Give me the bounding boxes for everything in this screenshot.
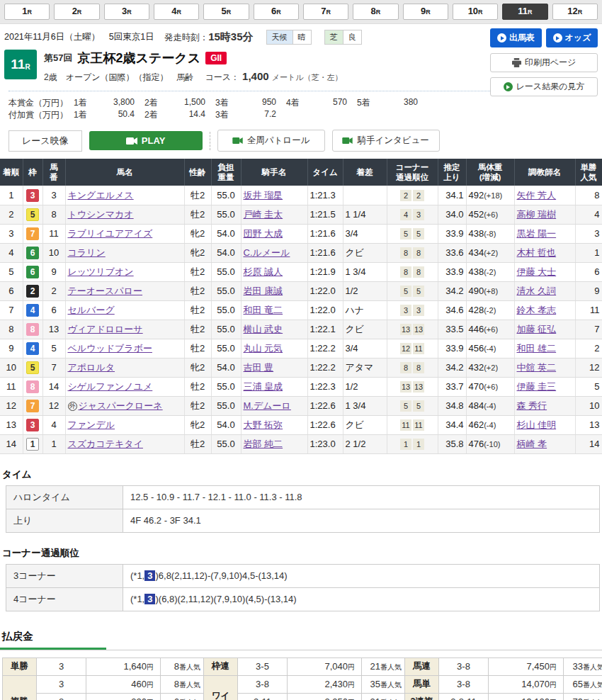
race-tab-2R[interactable]: 2R (54, 4, 99, 20)
last-3f: 34.4 (438, 415, 466, 434)
trainer-name-link[interactable]: 鈴木 孝志 (517, 305, 557, 315)
trainer-name-link[interactable]: 和田 雄二 (517, 343, 557, 354)
race-tab-6R[interactable]: 6R (254, 4, 299, 20)
jockey-name-link[interactable]: 和田 竜二 (244, 305, 283, 315)
finish-position: 8 (0, 320, 23, 339)
margin: 1/2 (343, 281, 387, 300)
frame-badge: 4 (26, 304, 39, 317)
horse-name-link[interactable]: ファンデル (68, 419, 115, 430)
race-tab-11R[interactable]: 11R (502, 4, 547, 20)
corner-position-badge: 8 (413, 266, 424, 278)
horse-name-link[interactable]: スズカコテキタイ (68, 439, 143, 449)
trainer-name-link[interactable]: 伊藤 圭三 (517, 381, 557, 392)
patrol-video-button[interactable]: 全周パトロール (217, 130, 325, 152)
prize-row-label: 本賞金（万円） (8, 97, 74, 109)
table-row: 945ベルウッドブラボー牡255.0丸山 元気1:22.23/4121133.9… (0, 339, 602, 358)
race-tab-5R[interactable]: 5R (203, 4, 249, 20)
finish-position: 5 (0, 262, 23, 281)
video-camera-icon (232, 137, 243, 144)
jockey-name-link[interactable]: 横山 武史 (244, 324, 283, 334)
tab-suffix: R (276, 9, 281, 16)
entry-table-button[interactable]: 出馬表 (490, 28, 542, 47)
race-tab-10R[interactable]: 10R (453, 4, 498, 20)
horse-name-link[interactable]: ラブリイユアアイズ (68, 228, 153, 239)
corner-row: 4コーナー(*1,3)(6,8)(2,11,12)(7,9,10)(4,5)-(… (6, 587, 600, 611)
jockey-name-link[interactable]: 吉田 豊 (244, 362, 274, 373)
corner-position-badge: 2 (400, 190, 411, 201)
jockey-name-link[interactable]: 戸崎 圭太 (244, 209, 283, 220)
table-row: 622テーオースパロー牡255.0岩田 康誠1:22.01/25534.2490… (0, 281, 602, 300)
prize-place-label: 1着 (74, 97, 98, 109)
horse-name-cell: シゲルファンノユメ (65, 377, 184, 396)
last-3f: 33.9 (438, 262, 466, 281)
frame-cell: 2 (23, 281, 42, 300)
race-tab-12R[interactable]: 12R (552, 4, 598, 20)
jockey-name-link[interactable]: 坂井 瑠星 (244, 190, 283, 201)
corner-positions: 22 (387, 186, 438, 205)
jockey-name-link[interactable]: 団野 大成 (244, 228, 283, 239)
horse-name-link[interactable]: ジャスパークローネ (79, 400, 163, 411)
horse-name-link[interactable]: ベルウッドブラボー (68, 343, 152, 354)
trainer-name-link[interactable]: 杉山 佳明 (517, 419, 557, 430)
results-column-header: 着順 (0, 159, 23, 186)
horse-name-link[interactable]: テーオースパロー (68, 286, 143, 296)
jockey-name-link[interactable]: 大野 拓弥 (244, 419, 283, 430)
start-time: 発走時刻：15時35分 (164, 30, 254, 44)
trainer-name-link[interactable]: 清水 久詞 (517, 286, 557, 296)
race-tab-7R[interactable]: 7R (303, 4, 348, 20)
time-row: 上り4F 46.2 - 3F 34.1 (6, 509, 600, 532)
race-tab-3R[interactable]: 3R (104, 4, 149, 20)
horse-name-link[interactable]: アポロルタ (68, 362, 115, 373)
horse-name-link[interactable]: セルバーグ (68, 305, 115, 315)
race-tab-9R[interactable]: 9R (403, 4, 448, 20)
horse-name-link[interactable]: ヴィアドロローサ (68, 324, 143, 334)
jockey-cell: M.デムーロ (241, 396, 307, 415)
race-tab-1R[interactable]: 1R (4, 4, 50, 20)
trainer-name-link[interactable]: 森 秀行 (517, 400, 547, 411)
carried-weight: 54.0 (211, 224, 241, 243)
jockey-name-link[interactable]: 岩部 純二 (244, 439, 283, 449)
frame-badge: 7 (26, 400, 39, 412)
jockey-cell: 杉原 誠人 (241, 262, 307, 281)
corner-position-badge: 5 (400, 400, 411, 412)
trainer-name-link[interactable]: 伊藤 大士 (517, 266, 557, 277)
tab-suffix: R (478, 9, 483, 16)
jockey-name-link[interactable]: C.ルメール (244, 247, 290, 258)
jockey-name-link[interactable]: 杉原 誠人 (244, 266, 283, 277)
corner-position-badge: 5 (400, 228, 411, 239)
printer-icon (512, 58, 521, 67)
horse-name-link[interactable]: トウシンマカオ (68, 209, 134, 220)
horse-name-link[interactable]: キングエルメス (68, 190, 134, 201)
corner-row-label: 4コーナー (6, 587, 123, 611)
horse-name-link[interactable]: シゲルファンノユメ (68, 381, 153, 392)
margin: 1/2 (343, 377, 387, 396)
payout-popularity: 65番人気 (564, 675, 602, 693)
trainer-name-link[interactable]: 高柳 瑞樹 (517, 209, 557, 220)
trainer-name-link[interactable]: 黒岩 陽一 (517, 228, 557, 239)
corner-position-badge: 5 (400, 286, 411, 297)
jockey-name-link[interactable]: M.デムーロ (244, 400, 291, 411)
trainer-name-link[interactable]: 中舘 英二 (517, 362, 557, 373)
race-tab-4R[interactable]: 4R (154, 4, 199, 20)
finish-time: 1:22.0 (307, 300, 343, 320)
jockey-name-link[interactable]: 岩田 康誠 (244, 286, 283, 296)
trainer-name-link[interactable]: 木村 哲也 (517, 247, 557, 258)
race-tab-8R[interactable]: 8R (353, 4, 398, 20)
jockey-interview-button[interactable]: 騎手インタビュー (332, 130, 440, 152)
horse-name-link[interactable]: レッツリブオン (68, 266, 134, 277)
horse-weight: 476(-10) (466, 434, 514, 453)
horse-name-link[interactable]: コラリン (68, 247, 106, 258)
frame-cell: 3 (23, 415, 42, 434)
print-page-button[interactable]: 印刷用ページ (490, 53, 598, 72)
tab-suffix: R (376, 9, 381, 16)
trainer-name-link[interactable]: 加藤 征弘 (517, 324, 557, 334)
sex-age: 牝2 (184, 224, 211, 243)
jockey-name-link[interactable]: 三浦 皇成 (244, 381, 283, 392)
trainer-name-link[interactable]: 矢作 芳人 (517, 190, 557, 201)
odds-button[interactable]: オッズ (546, 28, 598, 47)
play-button[interactable]: PLAY (89, 131, 203, 150)
result-guide-button[interactable]: レース結果の見方 (490, 77, 598, 96)
win-popularity: 4 (575, 205, 602, 224)
jockey-name-link[interactable]: 丸山 元気 (244, 343, 283, 354)
trainer-name-link[interactable]: 柄崎 孝 (517, 439, 547, 449)
